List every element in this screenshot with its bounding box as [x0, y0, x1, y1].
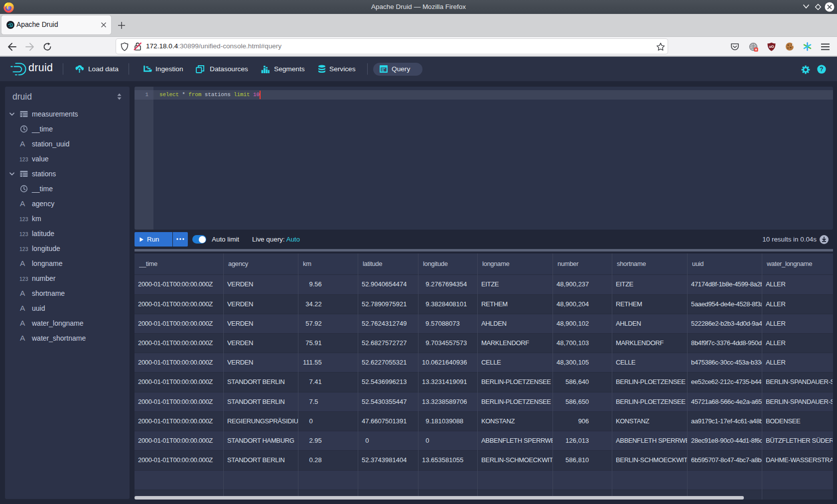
svg-text:?: ? [820, 66, 823, 73]
svg-text:uO: uO [769, 45, 774, 48]
